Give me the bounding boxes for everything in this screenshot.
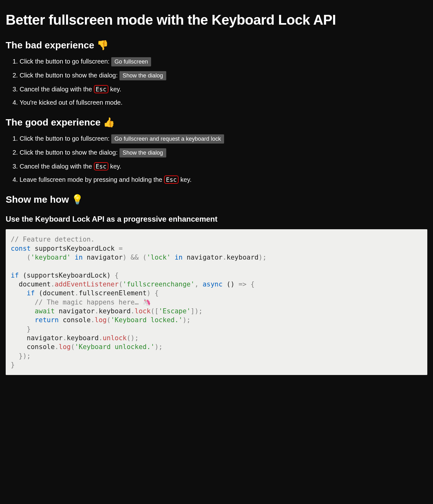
code-token — [11, 334, 27, 342]
code-token: (); — [127, 334, 139, 342]
code-token: ]); — [191, 307, 203, 315]
code-token: keyboard — [227, 254, 259, 261]
code-token: keyboard — [99, 307, 131, 315]
code-token — [59, 316, 63, 324]
code-token — [11, 307, 35, 315]
code-token: ( — [27, 254, 31, 261]
code-token — [11, 254, 27, 261]
show-dialog-button[interactable]: Show the dialog — [119, 71, 166, 80]
code-token: ( — [119, 280, 123, 288]
code-token: }); — [11, 352, 31, 360]
code-token: . — [95, 307, 99, 315]
code-token: ) { — [147, 289, 159, 297]
list-item: Click the button to go fullscreen: Go fu… — [20, 134, 427, 144]
code-token: in — [171, 254, 187, 261]
code-token: ); — [183, 316, 191, 324]
code-token: fullscreenElement — [79, 289, 147, 297]
code-token: () — [223, 280, 239, 288]
step-text: Leave fullscreen mode by pressing and ho… — [20, 176, 164, 183]
go-fullscreen-button[interactable]: Go fullscreen — [111, 57, 151, 66]
go-fullscreen-lock-button[interactable]: Go fullscreen and request a keyboard loc… — [111, 134, 224, 144]
code-token: document — [11, 280, 51, 288]
page-title: Better fullscreen mode with the Keyboard… — [6, 10, 427, 30]
code-token: ( — [143, 254, 147, 261]
code-token: } — [11, 361, 15, 369]
step-text: key. — [108, 163, 121, 170]
code-token: (supportsKeyboardLock) — [19, 272, 114, 279]
code-token: console — [27, 343, 55, 351]
code-token: lock — [135, 307, 151, 315]
code-token: ); — [259, 254, 266, 261]
code-token: if — [11, 272, 19, 279]
code-token: . — [223, 254, 227, 261]
code-token — [11, 298, 35, 306]
list-item: You're kicked out of fullscreen mode. — [20, 98, 427, 107]
code-token — [55, 307, 59, 315]
code-comment: // The magic happens here… 🦄 — [35, 298, 151, 306]
code-token: ([ — [151, 307, 159, 315]
code-token: addEventListener — [55, 280, 119, 288]
code-token: 'keyboard' — [31, 254, 70, 261]
code-token: const — [11, 245, 31, 252]
code-comment: // Feature detection. — [11, 236, 95, 243]
step-text: You're kicked out of fullscreen mode. — [20, 99, 123, 106]
list-item: Click the button to go fullscreen: Go fu… — [20, 57, 427, 66]
code-token: (document — [35, 289, 75, 297]
list-item: Leave fullscreen mode by pressing and ho… — [20, 175, 427, 184]
code-token: 'Keyboard locked.' — [111, 316, 183, 324]
code-token: navigator — [87, 254, 123, 261]
code-token: . — [91, 316, 95, 324]
code-block: // Feature detection. const supportsKeyb… — [6, 229, 427, 375]
code-token: supportsKeyboardLock — [31, 245, 119, 252]
code-token: = — [119, 245, 123, 252]
code-token: return — [35, 316, 59, 324]
code-token: navigator — [27, 334, 63, 342]
code-token: navigator — [186, 254, 223, 261]
code-token: 'fullscreenchange' — [123, 280, 195, 288]
bad-experience-list: Click the button to go fullscreen: Go fu… — [6, 57, 427, 107]
code-token: , — [195, 280, 203, 288]
step-text: Click the button to go fullscreen: — [20, 58, 111, 65]
bad-experience-heading: The bad experience 👎 — [6, 39, 427, 52]
code-token: log — [95, 316, 107, 324]
code-token: . — [131, 307, 135, 315]
code-token — [11, 343, 27, 351]
code-token: await — [35, 307, 55, 315]
code-token: 'lock' — [147, 254, 171, 261]
code-token: keyboard — [67, 334, 99, 342]
code-token: 'Escape' — [159, 307, 191, 315]
code-token: && — [127, 254, 143, 261]
code-token: log — [59, 343, 71, 351]
code-token: => — [239, 280, 247, 288]
esc-key: Esc — [94, 85, 108, 94]
step-text: Click the button to show the dialog: — [20, 72, 119, 79]
code-token: . — [55, 343, 59, 351]
progressive-enhancement-heading: Use the Keyboard Lock API as a progressi… — [6, 214, 427, 224]
esc-key: Esc — [164, 175, 179, 184]
code-token: unlock — [103, 334, 127, 342]
code-token: in — [71, 254, 87, 261]
show-me-how-heading: Show me how 💡 — [6, 193, 427, 206]
show-dialog-button[interactable]: Show the dialog — [119, 148, 166, 157]
code-token: 'Keyboard unlocked.' — [75, 343, 155, 351]
step-text: Click the button to show the dialog: — [20, 149, 119, 156]
list-item: Click the button to show the dialog: Sho… — [20, 148, 427, 157]
step-text: Click the button to go fullscreen: — [20, 135, 111, 142]
code-token: ); — [155, 343, 162, 351]
good-experience-heading: The good experience 👍 — [6, 116, 427, 129]
step-text: Cancel the dialog with the — [20, 163, 94, 170]
step-text: Cancel the dialog with the — [20, 86, 94, 93]
code-token: navigator — [59, 307, 95, 315]
code-token — [11, 289, 27, 297]
code-token: { — [115, 272, 119, 279]
step-text: key. — [179, 176, 192, 183]
step-text: key. — [108, 86, 121, 93]
list-item: Cancel the dialog with the Esc key. — [20, 85, 427, 94]
code-token: async — [203, 280, 223, 288]
code-token: console — [63, 316, 91, 324]
code-token: ( — [107, 316, 111, 324]
code-token: if — [27, 289, 35, 297]
code-token: } — [11, 325, 31, 333]
code-token: . — [99, 334, 103, 342]
code-token: . — [75, 289, 79, 297]
